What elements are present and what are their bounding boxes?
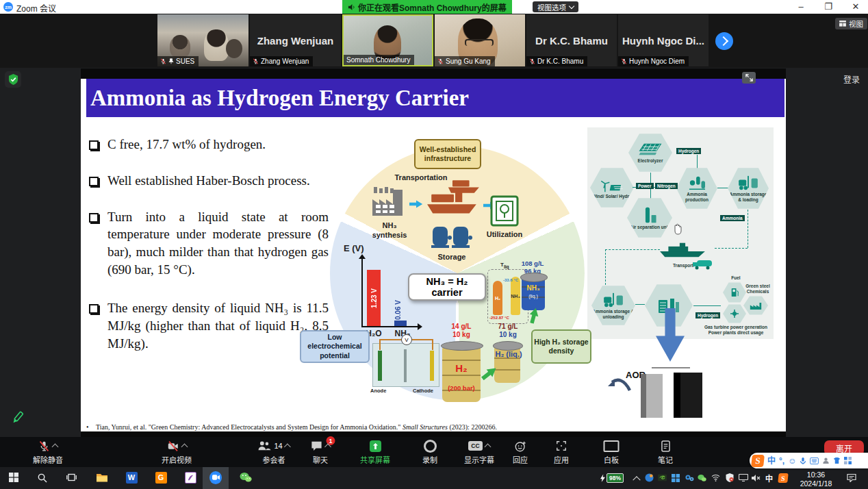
battery-indicator[interactable]: 98% [597, 473, 627, 483]
tray-comm-app-icon[interactable] [644, 473, 654, 483]
search-button[interactable] [36, 471, 48, 484]
record-button[interactable]: 录制 [422, 440, 437, 465]
hand-cursor-icon [672, 222, 685, 236]
bullet-item: Well established Haber-Bosch process. [89, 172, 329, 190]
voltmeter-icon: V [401, 334, 412, 345]
chevron-up-icon [633, 476, 640, 484]
reactions-button[interactable]: 回应 [513, 440, 528, 465]
dashed-connector [605, 249, 660, 250]
y-axis [361, 257, 363, 327]
user-icon[interactable] [822, 457, 830, 464]
skin-icon[interactable] [833, 457, 841, 464]
close-button[interactable]: ✕ [845, 0, 866, 13]
participant-tile-sues[interactable]: SUES [157, 14, 248, 66]
share-screen-icon [370, 440, 381, 452]
shield-check-icon [8, 74, 18, 85]
sogou-ime-toolbar[interactable]: S 中 °, ☺ [750, 453, 868, 468]
start-button[interactable] [8, 471, 20, 484]
captions-button[interactable]: CC 显示字幕 [464, 440, 494, 465]
electrolyzer-node: Electrolyzer [628, 133, 672, 173]
sogou-logo-icon[interactable]: S [751, 455, 765, 467]
chat-icon [311, 440, 323, 451]
participant-tile-dr-kc-bhamu[interactable]: Dr K.C. Bhamu Dr K.C. Bhamu [526, 14, 617, 66]
participant-tile-huynh-ngoc-diem[interactable]: Huynh Ngoc Di... Huynh Ngoc Diem [618, 14, 709, 66]
x-axis-arrowhead [418, 323, 422, 330]
tray-wechat-icon[interactable] [697, 473, 707, 483]
chat-button[interactable]: 1 聊天 [311, 440, 331, 465]
zoom-app-icon [209, 471, 222, 484]
utilization-icon [490, 195, 519, 227]
h2-boiling-point: -252.87 °C [489, 316, 509, 320]
whiteboard-button[interactable]: 白板 [604, 440, 620, 465]
transport-ship-icon [659, 241, 708, 259]
person-silhouette [170, 35, 190, 58]
emoji-picker-icon[interactable]: ☺ [788, 457, 796, 465]
next-participants-button[interactable] [715, 32, 733, 50]
taskbar-sogou-icon[interactable]: S [778, 473, 788, 483]
tray-store-grid-icon[interactable] [670, 473, 680, 483]
annotation-pen-button[interactable] [10, 410, 26, 427]
x-axis [361, 326, 419, 327]
chevron-up-icon[interactable] [181, 444, 188, 451]
taskbar-clock[interactable]: 10:36 2024/1/18 [794, 471, 838, 488]
task-view-button[interactable] [65, 471, 77, 484]
taskbar-ime-language[interactable]: 中 [764, 473, 774, 483]
clock-date: 2024/1/18 [794, 479, 838, 488]
wechat-app-button[interactable] [240, 471, 252, 484]
hydrogen-badge: Hydrogen [676, 148, 701, 154]
share-screen-button[interactable]: 共享屏幕 [360, 440, 390, 465]
dashed-connector [748, 210, 748, 248]
volume-muted-icon[interactable] [750, 473, 761, 483]
chevron-up-icon[interactable] [284, 444, 291, 451]
start-video-button[interactable]: 开启视频 [162, 440, 192, 465]
ime-language-indicator[interactable]: 中 [767, 457, 776, 465]
cathode-label: Cathode [413, 388, 433, 394]
tray-nvidia-icon[interactable] [657, 473, 667, 483]
bullet-square-icon [89, 140, 99, 150]
apps-button[interactable]: 应用 [554, 440, 569, 465]
zoom-meeting-window: zm Zoom 会议 你正在观看Somnath Chowdhury的屏幕 视图选… [0, 0, 868, 489]
tray-expand-chevron[interactable] [631, 473, 641, 483]
file-explorer-button[interactable] [96, 471, 108, 484]
participant-tile-zhang-wenjuan[interactable]: Zhang Wenjuan Zhang Wenjuan [250, 14, 341, 66]
h2liq-density: 71 g/L [492, 323, 524, 330]
participant-tile-sung-gu-kang[interactable]: Sung Gu Kang [435, 14, 525, 66]
login-button[interactable]: 登录 [843, 73, 860, 85]
zoom-app-button[interactable] [209, 471, 222, 484]
electrode-gray [641, 374, 663, 418]
security-shield-button[interactable] [5, 71, 21, 88]
action-center-icon[interactable] [846, 473, 856, 483]
ime-punctuation-indicator[interactable]: °, [779, 457, 784, 465]
view-options-button[interactable]: 视图选项 [533, 1, 578, 12]
keyboard-icon[interactable] [810, 457, 819, 464]
view-button[interactable]: 视图 [835, 18, 867, 29]
participant-tile-somnath-chowdhury-active-speaker[interactable]: Somnath Chowdhury [342, 14, 433, 66]
maximize-button[interactable]: ❐ [818, 0, 839, 13]
tray-settings-gears-icon[interactable] [684, 473, 694, 483]
glasses [465, 39, 494, 46]
purple-viewer-app-button[interactable] [184, 471, 196, 484]
chevron-up-icon[interactable] [52, 444, 59, 451]
h2liq-barrel-label: H₂ (liq.) [487, 350, 530, 358]
notes-button[interactable]: 笔记 [658, 440, 673, 465]
ammonia-storage-unloading-node: Ammonia storage & unloading [591, 285, 635, 326]
folder-icon [96, 473, 108, 483]
toolbox-grid-icon[interactable] [844, 457, 852, 464]
chevron-up-icon[interactable] [485, 444, 492, 451]
orange-g-app-button[interactable]: G [155, 471, 167, 484]
minimize-button[interactable]: – [791, 0, 811, 13]
steel-factory-icon [749, 301, 763, 310]
security-alert-icon[interactable] [724, 473, 735, 483]
h2liq-mass: 10 kg [493, 331, 523, 338]
word-button[interactable]: W [125, 471, 138, 484]
h2-gas-barrel: H₂ (200 bar) [442, 344, 481, 402]
voice-input-icon[interactable] [800, 457, 806, 465]
participants-button[interactable]: 14 参会者 [257, 440, 290, 465]
barrel-lid [441, 341, 483, 351]
unmute-button[interactable]: 解除静音 [33, 440, 63, 465]
arrow-right-icon [409, 199, 423, 209]
bullet-square-icon [89, 177, 99, 186]
display-project-icon[interactable] [738, 473, 748, 483]
wifi-icon[interactable] [711, 473, 721, 483]
exit-fullscreen-button[interactable] [742, 72, 756, 84]
